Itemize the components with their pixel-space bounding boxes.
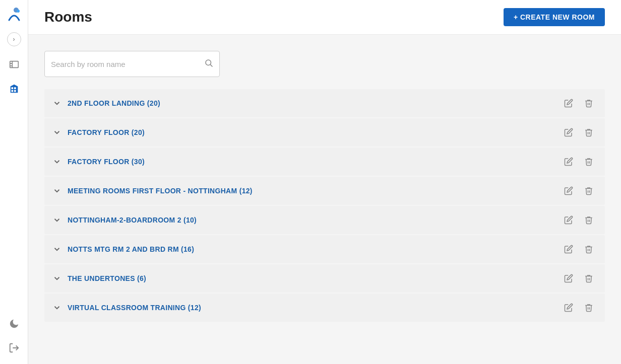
room-actions: [561, 300, 597, 316]
room-item-left: FACTORY FLOOR (20): [52, 128, 145, 137]
room-actions: [561, 212, 597, 228]
delete-room-button[interactable]: [581, 124, 597, 140]
edit-room-button[interactable]: [561, 183, 577, 199]
edit-room-button[interactable]: [561, 241, 577, 257]
room-actions: [561, 95, 597, 111]
table-row: NOTTS MTG RM 2 AND BRD RM (16): [44, 235, 605, 263]
room-actions: [561, 241, 597, 257]
main-content: Rooms + CREATE NEW ROOM: [28, 0, 621, 364]
room-item-left: FACTORY FLOOR (30): [52, 157, 145, 166]
room-item-left: MEETING ROOMS FIRST FLOOR - NOTTINGHAM (…: [52, 186, 253, 195]
room-item-left: NOTTINGHAM-2-BOARDROOM 2 (10): [52, 215, 197, 225]
search-box: [44, 51, 220, 77]
delete-room-button[interactable]: [581, 270, 597, 286]
sidebar: ›: [0, 0, 28, 364]
room-name: FACTORY FLOOR (20): [68, 128, 145, 136]
svg-point-1: [17, 10, 20, 13]
table-row: MEETING ROOMS FIRST FLOOR - NOTTINGHAM (…: [44, 177, 605, 205]
create-room-button[interactable]: + CREATE NEW ROOM: [504, 8, 605, 26]
room-name: NOTTINGHAM-2-BOARDROOM 2 (10): [68, 216, 197, 224]
delete-room-button[interactable]: [581, 183, 597, 199]
table-row: FACTORY FLOOR (30): [44, 148, 605, 176]
room-actions: [561, 154, 597, 170]
svg-point-3: [206, 60, 211, 65]
page-title: Rooms: [44, 9, 92, 25]
search-icon: [204, 58, 213, 69]
svg-rect-2: [10, 61, 18, 68]
room-actions: [561, 183, 597, 199]
room-item-left: VIRTUAL CLASSROOM TRAINING (12): [52, 303, 201, 312]
table-row: FACTORY FLOOR (20): [44, 118, 605, 147]
sidebar-bottom: [4, 314, 24, 358]
chevron-down-icon[interactable]: [52, 157, 61, 166]
search-container: [44, 51, 605, 77]
edit-room-button[interactable]: [561, 124, 577, 140]
room-name: THE UNDERTONES (6): [68, 274, 146, 282]
svg-line-4: [210, 64, 212, 66]
page-header: Rooms + CREATE NEW ROOM: [28, 0, 621, 35]
table-row: NOTTINGHAM-2-BOARDROOM 2 (10): [44, 206, 605, 234]
sidebar-toggle-button[interactable]: ›: [7, 32, 21, 46]
edit-room-button[interactable]: [561, 212, 577, 228]
chevron-down-icon[interactable]: [52, 215, 61, 225]
delete-room-button[interactable]: [581, 241, 597, 257]
room-item-left: 2ND FLOOR LANDING (20): [52, 99, 160, 108]
chevron-down-icon[interactable]: [52, 186, 61, 195]
room-name: FACTORY FLOOR (30): [68, 158, 145, 166]
chevron-down-icon[interactable]: [52, 99, 61, 108]
sidebar-item-building[interactable]: [4, 79, 24, 99]
edit-room-button[interactable]: [561, 154, 577, 170]
delete-room-button[interactable]: [581, 154, 597, 170]
content-area: 2ND FLOOR LANDING (20): [28, 35, 621, 364]
room-actions: [561, 124, 597, 140]
room-name: VIRTUAL CLASSROOM TRAINING (12): [68, 304, 201, 312]
sidebar-item-rooms[interactable]: [4, 54, 24, 75]
room-name: NOTTS MTG RM 2 AND BRD RM (16): [68, 245, 194, 253]
dark-mode-toggle[interactable]: [4, 314, 24, 334]
delete-room-button[interactable]: [581, 212, 597, 228]
table-row: VIRTUAL CLASSROOM TRAINING (12): [44, 294, 605, 322]
search-input[interactable]: [51, 60, 204, 68]
chevron-down-icon[interactable]: [52, 274, 61, 283]
logout-button[interactable]: [4, 338, 24, 358]
delete-room-button[interactable]: [581, 300, 597, 316]
room-actions: [561, 270, 597, 286]
room-item-left: THE UNDERTONES (6): [52, 274, 146, 283]
chevron-down-icon[interactable]: [52, 245, 61, 254]
room-name: MEETING ROOMS FIRST FLOOR - NOTTINGHAM (…: [68, 187, 253, 195]
chevron-down-icon[interactable]: [52, 303, 61, 312]
table-row: 2ND FLOOR LANDING (20): [44, 89, 605, 117]
toggle-icon: ›: [13, 36, 15, 43]
room-list: 2ND FLOOR LANDING (20): [44, 89, 605, 322]
app-logo: [5, 6, 23, 24]
room-item-left: NOTTS MTG RM 2 AND BRD RM (16): [52, 245, 194, 254]
edit-room-button[interactable]: [561, 270, 577, 286]
chevron-down-icon[interactable]: [52, 128, 61, 137]
edit-room-button[interactable]: [561, 300, 577, 316]
room-name: 2ND FLOOR LANDING (20): [68, 99, 160, 107]
edit-room-button[interactable]: [561, 95, 577, 111]
table-row: THE UNDERTONES (6): [44, 264, 605, 293]
delete-room-button[interactable]: [581, 95, 597, 111]
